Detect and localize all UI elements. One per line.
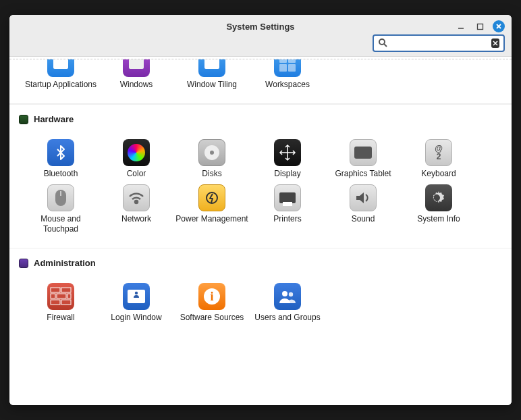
close-button[interactable]: [493, 20, 505, 32]
svg-rect-16: [57, 294, 66, 298]
item-label: Users and Groups: [250, 313, 325, 323]
software-sources-icon: i: [198, 283, 225, 310]
bluetooth-icon: [47, 139, 74, 166]
disks-icon: [198, 139, 225, 166]
item-label: Bluetooth: [23, 169, 99, 179]
item-workspaces[interactable]: Workspaces: [250, 59, 325, 90]
search-field[interactable]: [373, 34, 505, 52]
item-color[interactable]: Color: [99, 134, 174, 179]
window-controls: [455, 20, 505, 32]
graphics-tablet-icon: [350, 139, 377, 166]
item-label: Network: [99, 214, 174, 224]
item-keyboard[interactable]: @2 Keyboard: [401, 134, 476, 179]
item-startup-applications[interactable]: Startup Applications: [23, 59, 99, 90]
search-icon: [378, 38, 387, 49]
hardware-section-icon: [19, 115, 28, 124]
item-label: Login Window: [99, 313, 174, 323]
svg-rect-19: [61, 300, 71, 305]
item-firewall[interactable]: Firewall: [23, 278, 99, 323]
printers-icon: [274, 184, 301, 211]
item-display[interactable]: Display: [250, 134, 325, 179]
section-header-hardware: Hardware: [9, 104, 512, 127]
item-label: Software Sources: [174, 313, 250, 323]
svg-rect-18: [51, 300, 60, 305]
system-settings-window: System Settings: [9, 15, 512, 405]
users-groups-icon: [274, 283, 301, 310]
item-graphics-tablet[interactable]: Graphics Tablet: [325, 134, 401, 179]
item-label: Workspaces: [250, 80, 325, 90]
item-label: Firewall: [23, 313, 99, 323]
titlebar: System Settings: [9, 15, 512, 57]
section-title: Administration: [34, 258, 96, 268]
login-window-icon: [123, 283, 150, 310]
window-title: System Settings: [9, 22, 512, 32]
svg-rect-1: [477, 24, 483, 29]
item-mouse-touchpad[interactable]: Mouse and Touchpad: [23, 179, 99, 234]
item-users-groups[interactable]: Users and Groups: [250, 278, 325, 323]
window-tiling-icon: [198, 59, 225, 77]
svg-marker-12: [356, 192, 364, 203]
item-label: Window Tiling: [174, 80, 250, 90]
item-label: Startup Applications: [23, 80, 99, 90]
item-sound[interactable]: Sound: [325, 179, 401, 234]
svg-point-20: [135, 292, 138, 294]
svg-point-10: [135, 201, 138, 203]
svg-point-21: [282, 291, 287, 296]
section-header-administration: Administration: [9, 248, 512, 271]
svg-rect-15: [51, 294, 55, 298]
svg-rect-13: [51, 288, 60, 292]
item-software-sources[interactable]: i Software Sources: [174, 278, 250, 323]
item-label: Power Management: [174, 214, 250, 224]
item-label: Printers: [250, 214, 325, 224]
item-label: Disks: [174, 169, 250, 179]
svg-line-5: [384, 44, 387, 47]
display-icon: [274, 139, 301, 166]
system-info-icon: [425, 184, 452, 211]
item-label: Graphics Tablet: [325, 169, 401, 179]
maximize-button[interactable]: [474, 20, 486, 32]
item-label: Windows: [99, 80, 174, 90]
item-label: Mouse and Touchpad: [23, 214, 99, 234]
clear-search-icon[interactable]: [491, 38, 499, 48]
firewall-icon: [47, 283, 74, 310]
search-input[interactable]: [390, 38, 491, 48]
mouse-icon: [47, 184, 74, 211]
minimize-button[interactable]: [455, 20, 467, 32]
item-system-info[interactable]: System Info: [401, 179, 476, 234]
section-preferences-partial: Startup Applications Windows Window Tili…: [9, 57, 512, 104]
section-title: Hardware: [34, 114, 74, 124]
svg-rect-17: [67, 294, 71, 298]
svg-point-4: [379, 39, 385, 45]
color-icon: [123, 139, 150, 166]
item-label: Display: [250, 169, 325, 179]
administration-section-icon: [19, 259, 28, 268]
network-icon: [123, 184, 150, 211]
item-label: Color: [99, 169, 174, 179]
power-icon: [198, 184, 225, 211]
item-bluetooth[interactable]: Bluetooth: [23, 134, 99, 179]
item-login-window[interactable]: Login Window: [99, 278, 174, 323]
item-power-management[interactable]: Power Management: [174, 179, 250, 234]
sound-icon: [350, 184, 377, 211]
settings-content[interactable]: Startup Applications Windows Window Tili…: [9, 57, 512, 405]
item-disks[interactable]: Disks: [174, 134, 250, 179]
item-window-tiling[interactable]: Window Tiling: [174, 59, 250, 90]
item-windows[interactable]: Windows: [99, 59, 174, 90]
keyboard-icon: @2: [425, 139, 452, 166]
item-label: Keyboard: [401, 169, 476, 179]
windows-icon: [123, 59, 150, 77]
workspaces-icon: [274, 59, 301, 77]
startup-applications-icon: [47, 59, 74, 77]
item-printers[interactable]: Printers: [250, 179, 325, 234]
item-label: System Info: [401, 214, 476, 224]
svg-point-22: [289, 292, 293, 296]
item-label: Sound: [325, 214, 401, 224]
item-network[interactable]: Network: [99, 179, 174, 234]
svg-rect-14: [61, 288, 71, 292]
